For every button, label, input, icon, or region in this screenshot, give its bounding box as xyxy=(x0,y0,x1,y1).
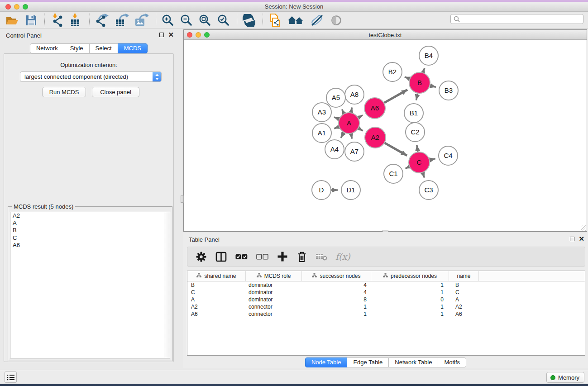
graph-edge-A-A4[interactable] xyxy=(341,133,344,138)
export-table-icon[interactable] xyxy=(115,14,129,27)
tab-select[interactable]: Select xyxy=(89,43,118,53)
import-network-icon[interactable] xyxy=(50,14,63,27)
table-cell[interactable]: A6 xyxy=(187,310,246,318)
table-cell[interactable]: A xyxy=(449,296,479,303)
mcds-result-item[interactable]: A2 xyxy=(10,212,170,219)
graph-edge-A6-B[interactable] xyxy=(384,90,407,103)
first-neighbors-icon[interactable] xyxy=(287,14,304,26)
tab-network-table[interactable]: Network Table xyxy=(388,357,438,367)
export-image-icon[interactable] xyxy=(135,14,148,27)
search-box[interactable] xyxy=(450,14,583,24)
table-cell[interactable]: B xyxy=(187,281,246,289)
graph-edge-B-B3[interactable] xyxy=(430,86,436,87)
mcds-result-item[interactable]: C xyxy=(10,234,170,242)
table-cell[interactable]: A6 xyxy=(449,310,479,318)
table-cell[interactable]: connector xyxy=(246,303,302,310)
graph-node-C2[interactable]: C2 xyxy=(406,123,425,142)
table-cell[interactable]: dominator xyxy=(246,281,302,289)
tab-node-table[interactable]: Node Table xyxy=(305,357,348,367)
table-cell[interactable]: A2 xyxy=(449,303,479,310)
table-cell[interactable]: B xyxy=(449,281,479,289)
export-network-icon[interactable] xyxy=(95,14,109,27)
graph-edge-A2-C[interactable] xyxy=(385,143,407,156)
zoom-out-icon[interactable] xyxy=(180,14,192,26)
graph-edge-A-A2[interactable] xyxy=(359,129,363,131)
graph-edge-B-B1[interactable] xyxy=(416,94,418,100)
table-row[interactable]: Cdominator41C xyxy=(187,289,585,296)
graph-edge-C-C2[interactable] xyxy=(417,145,418,152)
graph-edge-A-A5[interactable] xyxy=(342,110,344,114)
close-panel-button[interactable]: Close panel xyxy=(92,87,139,97)
mcds-result-item[interactable]: A6 xyxy=(10,242,170,249)
table-row[interactable]: A2connector11A2 xyxy=(187,303,585,310)
table-cell[interactable]: 1 xyxy=(302,303,371,310)
table-cell[interactable]: 1 xyxy=(302,310,371,318)
table-cell[interactable]: dominator xyxy=(246,289,302,296)
column-header-successor-nodes[interactable]: successor nodes xyxy=(302,271,371,281)
graph-node-C3[interactable]: C3 xyxy=(419,181,438,200)
graph-edge-A-A8[interactable] xyxy=(351,107,352,112)
add-column-icon[interactable] xyxy=(277,251,288,262)
table-row[interactable]: A6connector11A6 xyxy=(187,310,585,318)
zoom-fit-icon[interactable] xyxy=(199,14,211,26)
graph-edge-C-C3[interactable] xyxy=(423,173,425,178)
refresh-icon[interactable] xyxy=(243,14,255,27)
network-canvas[interactable]: B4B2BB3A8A5A6A3B1AC2A1A2A4A7C4CC1C3DD1 xyxy=(184,40,587,231)
memory-button[interactable]: Memory xyxy=(546,372,584,383)
zoom-selected-icon[interactable] xyxy=(217,14,229,26)
column-header-predecessor-nodes[interactable]: predecessor nodes xyxy=(371,271,449,281)
close-panel-icon[interactable]: ✕ xyxy=(168,33,174,37)
tab-style[interactable]: Style xyxy=(64,43,90,53)
graph-edge-A-A3[interactable] xyxy=(334,117,339,119)
graph-edge-A-A7[interactable] xyxy=(351,134,352,139)
clear-style-icon[interactable] xyxy=(310,14,324,27)
criterion-select[interactable]: largest connected component (directed) xyxy=(20,71,162,82)
close-table-panel-icon[interactable]: ✕ xyxy=(578,237,584,241)
tab-mcds[interactable]: MCDS xyxy=(118,43,148,53)
open-file-icon[interactable] xyxy=(5,14,19,26)
graph-node-B4[interactable]: B4 xyxy=(419,46,438,65)
table-cell[interactable]: 1 xyxy=(371,310,449,318)
function-builder-icon[interactable]: f(x) xyxy=(335,252,350,262)
graph-edge-B-B4[interactable] xyxy=(423,68,425,73)
mcds-result-item[interactable]: B xyxy=(10,227,170,234)
table-cell[interactable]: C xyxy=(187,289,246,296)
graph-node-B1[interactable]: B1 xyxy=(404,104,423,123)
table-cell[interactable]: 1 xyxy=(371,289,449,296)
table-settings-icon[interactable] xyxy=(195,251,207,263)
graph-node-D1[interactable]: D1 xyxy=(341,181,360,200)
graph-node-C[interactable]: C xyxy=(409,152,430,173)
graph-node-B3[interactable]: B3 xyxy=(439,81,458,100)
select-all-rows-icon[interactable] xyxy=(235,251,248,263)
graph-node-A5[interactable]: A5 xyxy=(326,88,345,107)
graph-edge-A-A1[interactable] xyxy=(334,127,339,129)
save-session-icon[interactable] xyxy=(25,14,37,26)
search-input[interactable] xyxy=(462,15,583,23)
table-cell[interactable]: 1 xyxy=(371,303,449,310)
graph-node-D[interactable]: D xyxy=(312,181,331,200)
scrollbar-track[interactable] xyxy=(164,212,170,358)
import-table-icon[interactable] xyxy=(69,14,82,27)
table-cell[interactable]: 0 xyxy=(371,296,449,303)
table-cell[interactable]: A xyxy=(187,296,246,303)
graph-node-A3[interactable]: A3 xyxy=(312,103,331,122)
table-row[interactable]: Adominator80A xyxy=(187,296,585,303)
graph-node-A1[interactable]: A1 xyxy=(312,124,331,143)
delete-column-icon[interactable] xyxy=(296,251,308,263)
graph-edge-A-A6[interactable] xyxy=(359,115,363,118)
graph-edge-C-C1[interactable] xyxy=(406,167,409,169)
table-cell[interactable]: dominator xyxy=(246,296,302,303)
graph-node-A4[interactable]: A4 xyxy=(325,140,344,159)
delete-table-icon[interactable] xyxy=(316,251,328,262)
table-cell[interactable]: A2 xyxy=(187,303,246,310)
table-cell[interactable]: 4 xyxy=(302,281,371,289)
graph-node-C1[interactable]: C1 xyxy=(384,164,403,183)
graph-node-B[interactable]: B xyxy=(409,72,430,93)
graph-edge-B-B2[interactable] xyxy=(405,77,410,79)
tab-motifs[interactable]: Motifs xyxy=(438,357,466,367)
table-cell[interactable]: C xyxy=(449,289,479,296)
tab-network[interactable]: Network xyxy=(30,43,64,53)
deselect-all-rows-icon[interactable] xyxy=(256,251,269,263)
graph-node-A6[interactable]: A6 xyxy=(364,98,385,119)
show-graphics-icon[interactable] xyxy=(330,14,343,26)
